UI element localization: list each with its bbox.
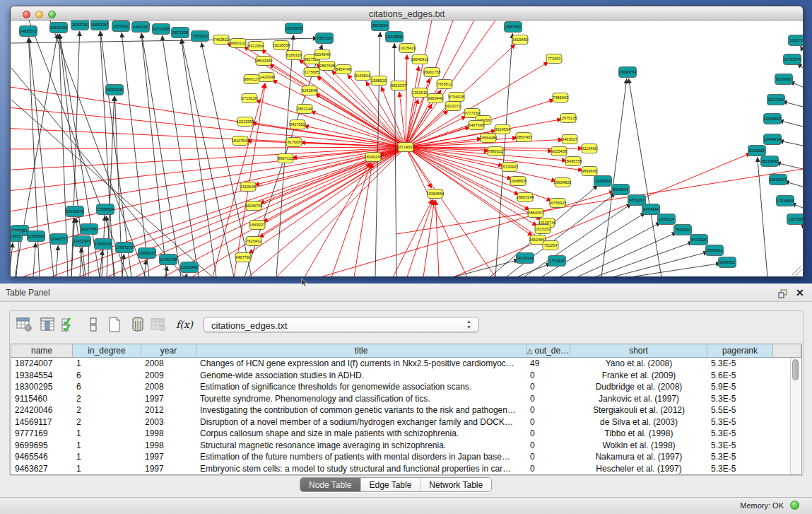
table-cell[interactable]: 0: [526, 404, 570, 416]
scrollbar-thumb[interactable]: [792, 359, 799, 380]
show-columns-button[interactable]: [39, 316, 57, 334]
table-cell[interactable]: 2012: [141, 404, 196, 416]
table-row[interactable]: 1830029562008Estimation of significance …: [11, 381, 791, 393]
table-cell[interactable]: Estimation of significance thresholds fo…: [196, 381, 526, 393]
table-cell[interactable]: Yano et al. (2008): [570, 358, 707, 370]
table-cell[interactable]: 14569117: [11, 416, 73, 428]
table-cell[interactable]: 49: [526, 358, 570, 370]
table-cell[interactable]: Stergiakouli et al. (2012): [570, 404, 707, 416]
table-cell[interactable]: 6: [73, 370, 141, 382]
table-cell[interactable]: 1: [73, 358, 141, 370]
table-cell[interactable]: 1: [73, 440, 141, 452]
close-panel-icon[interactable]: ✕: [796, 287, 804, 298]
table-cell[interactable]: Embryonic stem cells: a model to study s…: [196, 463, 526, 475]
table-cell[interactable]: 5.3E-5: [707, 451, 773, 463]
table-cell[interactable]: Jankovic et al. (1997): [570, 393, 707, 405]
table-cell[interactable]: 0: [526, 393, 570, 405]
table-cell[interactable]: 5.3E-5: [707, 440, 773, 452]
table-row[interactable]: 946362711997Embryonic stem cells: a mode…: [11, 463, 791, 475]
float-panel-icon[interactable]: [778, 289, 788, 298]
column-header-in_degree[interactable]: in_degree: [73, 344, 141, 358]
table-row[interactable]: 1456911722003Disruption of a novel membe…: [11, 416, 791, 428]
create-column-button[interactable]: [106, 316, 124, 334]
table-cell[interactable]: 5.3E-5: [707, 358, 773, 370]
table-cell[interactable]: 9115460: [11, 393, 73, 405]
table-cell[interactable]: 2003: [141, 416, 196, 428]
memory-status-indicator[interactable]: [790, 501, 799, 510]
table-cell[interactable]: 5.3E-5: [707, 428, 773, 440]
table-cell[interactable]: 5.5E-5: [707, 404, 773, 416]
table-cell[interactable]: 6: [73, 381, 141, 393]
table-cell[interactable]: 18724007: [11, 358, 73, 370]
table-cell[interactable]: 0: [526, 381, 570, 393]
tab-edge-table[interactable]: Edge Table: [361, 478, 421, 491]
table-cell[interactable]: 1998: [141, 428, 196, 440]
table-cell[interactable]: Estimation of the future numbers of pati…: [196, 451, 526, 463]
table-cell[interactable]: 0: [526, 370, 570, 382]
table-cell[interactable]: Changes of HCN gene expression and I(f) …: [196, 358, 526, 370]
table-cell[interactable]: Tibbo et al. (1998): [570, 428, 707, 440]
table-cell[interactable]: Genome-wide association studies in ADHD.: [196, 370, 526, 382]
table-row[interactable]: 911546021997Tourette syndrome. Phenomeno…: [11, 393, 791, 405]
table-row[interactable]: 1872400712008Changes of HCN gene express…: [11, 358, 791, 370]
table-cell[interactable]: Structural magnetic resonance image aver…: [196, 440, 526, 452]
table-cell[interactable]: 9463627: [11, 463, 73, 475]
table-cell[interactable]: 5.9E-5: [707, 381, 773, 393]
delete-table-button[interactable]: [150, 316, 168, 334]
row-height-button[interactable]: [85, 316, 103, 334]
table-cell[interactable]: 9777169: [11, 428, 73, 440]
table-cell[interactable]: Dudbridge et al. (2008): [570, 381, 707, 393]
column-header-out_de[interactable]: △out_de…: [526, 344, 570, 358]
table-cell[interactable]: 9699695: [11, 440, 73, 452]
table-cell[interactable]: Franke et al. (2009): [570, 370, 707, 382]
table-cell[interactable]: Nakamura et al. (1997): [570, 451, 707, 463]
column-header-short[interactable]: short: [570, 344, 707, 358]
network-window[interactable]: citations_edges.txt 18724007746382296601…: [10, 6, 804, 276]
table-cell[interactable]: Disruption of a novel member of a sodium…: [196, 416, 526, 428]
table-cell[interactable]: 1997: [141, 393, 196, 405]
table-cell[interactable]: 1997: [141, 463, 196, 475]
table-row[interactable]: 1938455462009Genome-wide association stu…: [11, 370, 791, 382]
table-cell[interactable]: 1: [73, 428, 141, 440]
delete-column-button[interactable]: [129, 316, 148, 334]
table-cell[interactable]: 2: [73, 404, 141, 416]
table-cell[interactable]: 1: [73, 463, 141, 475]
network-window-titlebar[interactable]: citations_edges.txt: [11, 6, 803, 21]
table-cell[interactable]: Corpus callosum shape and size in male p…: [196, 428, 526, 440]
table-cell[interactable]: 0: [526, 428, 570, 440]
table-cell[interactable]: 5.3E-5: [707, 416, 773, 428]
table-cell[interactable]: 9465546: [11, 451, 73, 463]
table-cell[interactable]: 0: [526, 440, 570, 452]
table-cell[interactable]: 1998: [141, 440, 196, 452]
table-cell[interactable]: de Silva et al. (2003): [570, 416, 707, 428]
tab-node-table[interactable]: Node Table: [300, 478, 361, 491]
table-cell[interactable]: 2: [73, 416, 141, 428]
table-cell[interactable]: Wolkin et al. (1998): [570, 440, 707, 452]
network-canvas[interactable]: 1872400774638229660123891295418226058982…: [11, 21, 803, 276]
window-resize-grip[interactable]: [792, 266, 802, 276]
tab-network-table[interactable]: Network Table: [420, 478, 491, 491]
vertical-scrollbar[interactable]: [790, 358, 800, 474]
table-row[interactable]: 977716911998Corpus callosum shape and si…: [11, 428, 791, 440]
table-row[interactable]: 969969511998Structural magnetic resonanc…: [11, 440, 791, 452]
table-cell[interactable]: Hescheler et al. (1997): [570, 463, 707, 475]
table-row[interactable]: 946554611997Estimation of the future num…: [11, 451, 791, 463]
table-cell[interactable]: 1997: [141, 451, 196, 463]
table-cell[interactable]: 5.3E-5: [707, 393, 773, 405]
table-cell[interactable]: 5.6E-5: [707, 370, 773, 382]
table-cell[interactable]: 2: [73, 393, 141, 405]
table-cell[interactable]: 5.3E-5: [707, 463, 773, 475]
column-header-name[interactable]: name: [11, 344, 73, 358]
table-cell[interactable]: Tourette syndrome. Phenomenology and cla…: [196, 393, 526, 405]
table-cell[interactable]: 0: [526, 416, 570, 428]
table-cell[interactable]: 2009: [141, 370, 196, 382]
table-cell[interactable]: 19384554: [11, 370, 73, 382]
column-header-pagerank[interactable]: pagerank: [707, 344, 773, 358]
table-cell[interactable]: 22420046: [11, 404, 73, 416]
table-cell[interactable]: 18300295: [11, 381, 73, 393]
table-mode-button[interactable]: [16, 316, 34, 334]
table-select-dropdown[interactable]: citations_edges.txt ▲▼: [204, 317, 479, 332]
table-cell[interactable]: 0: [526, 451, 570, 463]
table-cell[interactable]: 2008: [141, 358, 196, 370]
table-cell[interactable]: 0: [526, 463, 570, 475]
